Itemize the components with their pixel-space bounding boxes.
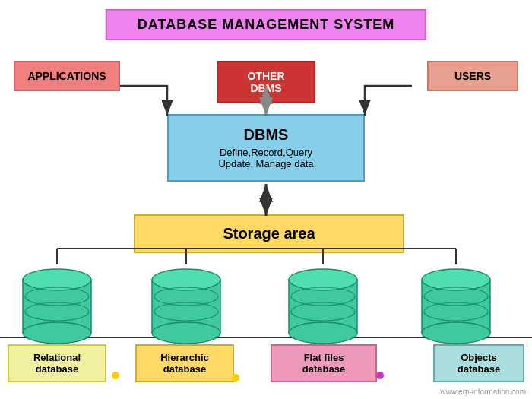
svg-rect-4 <box>23 280 91 333</box>
svg-point-17 <box>291 287 355 306</box>
svg-rect-9 <box>152 280 220 333</box>
svg-point-21 <box>422 322 490 344</box>
title-box: DATABASE MANAGEMENT SYSTEM <box>106 9 426 40</box>
svg-point-13 <box>154 302 218 321</box>
svg-rect-19 <box>422 280 490 333</box>
svg-point-11 <box>152 322 220 344</box>
applications-arrow <box>120 86 167 116</box>
svg-point-16 <box>289 322 357 344</box>
svg-rect-14 <box>289 280 357 333</box>
other-dbms-box: OTHER DBMS <box>217 61 315 103</box>
dot-flatfiles <box>376 372 384 379</box>
svg-point-10 <box>152 269 220 290</box>
dbms-desc: Define,Record,QueryUpdate, Manage data <box>192 147 340 169</box>
cylinder-flatfiles <box>289 269 357 344</box>
cylinder-relational <box>23 269 91 344</box>
svg-point-15 <box>289 269 357 290</box>
hierarchic-db-label: Hierarchicdatabase <box>135 344 234 382</box>
diagram: DATABASE MANAGEMENT SYSTEM APPLICATIONS … <box>0 0 532 399</box>
cylinder-hierarchic <box>152 269 220 344</box>
other-dbms-label: OTHER DBMS <box>248 70 285 94</box>
objects-db-label: Objectsdatabase <box>433 344 524 382</box>
applications-box: APPLICATIONS <box>14 61 120 91</box>
users-arrow <box>365 86 412 116</box>
svg-overlay <box>0 0 532 399</box>
bottom-line <box>0 337 532 338</box>
svg-point-12 <box>154 287 218 306</box>
flatfiles-db-label: Flat filesdatabase <box>271 344 377 382</box>
dbms-box: DBMS Define,Record,QueryUpdate, Manage d… <box>167 114 365 182</box>
applications-label: APPLICATIONS <box>27 70 106 82</box>
storage-box: Storage area <box>134 214 404 253</box>
svg-point-8 <box>25 302 89 321</box>
svg-point-20 <box>422 269 490 290</box>
svg-point-22 <box>424 287 488 306</box>
relational-db-label: Relationaldatabase <box>8 344 106 382</box>
svg-point-7 <box>25 287 89 306</box>
dbms-title: DBMS <box>192 126 340 144</box>
svg-point-6 <box>23 322 91 344</box>
storage-label: Storage area <box>223 225 315 242</box>
cylinder-objects <box>422 269 490 344</box>
svg-point-23 <box>424 302 488 321</box>
users-box: USERS <box>427 61 518 91</box>
watermark: www.erp-information.com <box>440 388 526 396</box>
dot-relational <box>112 372 119 379</box>
svg-point-18 <box>291 302 355 321</box>
title-text: DATABASE MANAGEMENT SYSTEM <box>138 17 394 32</box>
users-label: USERS <box>454 70 491 82</box>
svg-point-5 <box>23 269 91 290</box>
